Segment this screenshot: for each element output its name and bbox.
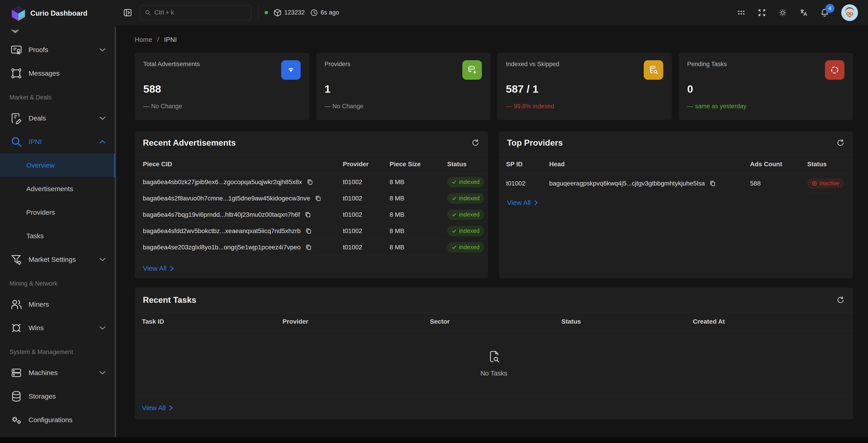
piece-cid[interactable]: baga6ea4s2f8avuo0h7cmne...1gt5dne9aw45ki… bbox=[143, 195, 310, 202]
table-row[interactable]: baga6ea4sfdd2wv5bokctbz...xeaeanqxat5iic… bbox=[135, 223, 488, 239]
sidebar-subitem-label: Advertisements bbox=[26, 185, 73, 193]
empty-state: No Tasks bbox=[135, 331, 853, 396]
sidebar-item-machines[interactable]: Machines bbox=[0, 361, 116, 384]
theme-sun-icon[interactable] bbox=[778, 8, 787, 17]
stat-title: Providers bbox=[325, 61, 482, 68]
refresh-icon[interactable] bbox=[471, 138, 480, 147]
sidebar-item-storages[interactable]: Storages bbox=[0, 384, 116, 408]
sidebar-item-messages[interactable]: Messages bbox=[0, 62, 116, 85]
copy-icon[interactable] bbox=[315, 195, 321, 202]
table-row[interactable]: baga6ea4se203zglxl8yo1b...ongrj5e1wjp1pc… bbox=[135, 239, 488, 255]
sidebar-nav: Proofs Messages Market & Deals Deals bbox=[0, 25, 116, 432]
chevron-right-icon bbox=[169, 405, 173, 411]
sidebar-item-label: Messages bbox=[29, 70, 106, 77]
search-input[interactable] bbox=[154, 9, 246, 16]
status-badge: indexed bbox=[447, 242, 484, 252]
table-header: Piece CID Provider Piece Size Status bbox=[135, 155, 488, 174]
notifications-bell-icon[interactable]: 4 bbox=[820, 8, 830, 18]
chain-head-group[interactable]: 123232 bbox=[274, 9, 305, 17]
chevron-up-icon bbox=[99, 140, 106, 144]
provider: t01002 bbox=[343, 195, 390, 202]
sp-id: t01002 bbox=[506, 180, 549, 187]
sidebar-subitem-overview[interactable]: Overview bbox=[0, 154, 116, 177]
filter-gear-icon bbox=[10, 254, 23, 266]
sidebar-item-label: Configurations bbox=[29, 416, 106, 424]
breadcrumb: Home / IPNI bbox=[135, 36, 853, 43]
database-search-icon bbox=[644, 60, 663, 80]
sidebar-item-market-settings[interactable]: Market Settings bbox=[0, 248, 116, 271]
chain-head-value: 123232 bbox=[284, 9, 305, 16]
piece-cid[interactable]: baga6ea4s7bqg19vi6prndd...hltr40j23mu0z0… bbox=[143, 211, 300, 218]
copy-icon[interactable] bbox=[305, 211, 311, 218]
language-icon[interactable] bbox=[799, 8, 808, 17]
file-search-icon bbox=[487, 350, 501, 363]
stat-cards: Total Advertisements 588 — No Change Pro… bbox=[135, 53, 853, 120]
piece-cid[interactable]: baga6ea4sb0zk27jpib9ex6...zgocopqa5uqjwk… bbox=[143, 178, 302, 186]
col-sp-id: SP ID bbox=[506, 161, 549, 168]
sidebar-subitem-providers[interactable]: Providers bbox=[0, 201, 116, 224]
sidebar-subitem-advertisements[interactable]: Advertisements bbox=[0, 177, 116, 201]
sidebar-subitem-tasks[interactable]: Tasks bbox=[0, 224, 116, 248]
stat-delta: — No Change bbox=[325, 103, 482, 110]
sidebar-item-configurations[interactable]: Configurations bbox=[0, 408, 116, 432]
check-icon bbox=[452, 196, 457, 201]
refresh-icon[interactable] bbox=[836, 138, 845, 147]
table-header: SP ID Head Ads Count Status bbox=[499, 155, 853, 174]
chevron-down-icon bbox=[99, 48, 106, 52]
sidebar-item-miners[interactable]: Miners bbox=[0, 293, 116, 316]
sidebar-subitem-label: Overview bbox=[26, 162, 55, 169]
piece-cid[interactable]: baga6ea4se203zglxl8yo1b...ongrj5e1wjp1pc… bbox=[143, 244, 301, 251]
stat-delta: — No Change bbox=[143, 103, 301, 110]
recent-advertisements-panel: Recent Advertisements Piece CID Provider… bbox=[135, 131, 488, 278]
view-all-link[interactable]: View All bbox=[507, 199, 538, 207]
copy-icon[interactable] bbox=[709, 180, 716, 187]
sidebar-item-proofs[interactable]: Proofs bbox=[0, 38, 116, 62]
sidebar-item-label: Market Settings bbox=[29, 256, 99, 263]
breadcrumb-home[interactable]: Home bbox=[135, 36, 152, 43]
table-row[interactable]: t01002 baguqeeragpskpvq6kwq4j5...cjtgv3g… bbox=[499, 174, 853, 193]
sidebar-section-system-management: System & Management bbox=[0, 340, 116, 361]
sidebar: Curio Dashboard Proofs Messages Market &… bbox=[0, 0, 116, 437]
sidebar-item-wins[interactable]: Wins bbox=[0, 316, 116, 340]
copy-icon[interactable] bbox=[305, 244, 312, 251]
sidebar-item-label: Miners bbox=[29, 301, 106, 308]
search-box[interactable] bbox=[140, 5, 251, 20]
col-piece-size: Piece Size bbox=[390, 161, 447, 168]
sidebar-partial-item[interactable] bbox=[0, 25, 116, 38]
panel-footer: View All bbox=[499, 193, 853, 212]
col-status: Status bbox=[561, 318, 693, 325]
panel-header: Top Providers bbox=[499, 131, 853, 155]
col-provider: Provider bbox=[282, 318, 430, 325]
last-updated-value: 6s ago bbox=[321, 9, 339, 16]
sidebar-section-market-deals: Market & Deals bbox=[0, 85, 116, 106]
view-all-link[interactable]: View All bbox=[143, 265, 174, 272]
chain-status bbox=[265, 11, 268, 14]
head-cid[interactable]: baguqeeragpskpvq6kwq4j5...cjtgv3gtbbgmht… bbox=[549, 180, 705, 187]
refresh-icon[interactable] bbox=[836, 296, 845, 305]
circle-x-icon bbox=[812, 181, 817, 186]
table-row[interactable]: baga6ea4s7bqg19vi6prndd...hltr40j23mu0z0… bbox=[135, 207, 488, 223]
provider: t01002 bbox=[343, 227, 390, 235]
brand[interactable]: Curio Dashboard bbox=[0, 0, 116, 21]
panel-title: Recent Advertisements bbox=[143, 138, 236, 148]
view-all-link[interactable]: View All bbox=[142, 404, 173, 412]
sidebar-toggle-icon[interactable] bbox=[123, 8, 132, 18]
copy-icon[interactable] bbox=[305, 228, 312, 234]
sidebar-item-deals[interactable]: Deals bbox=[0, 106, 116, 130]
chevron-right-icon bbox=[170, 266, 174, 271]
apps-grid-icon[interactable] bbox=[737, 8, 746, 17]
server-icon bbox=[10, 367, 23, 379]
user-avatar[interactable] bbox=[841, 4, 858, 21]
col-ads-count: Ads Count bbox=[750, 161, 807, 168]
sidebar-item-label: Machines bbox=[29, 369, 99, 377]
piece-cid[interactable]: baga6ea4sfdd2wv5bokctbz...xeaeanqxat5iic… bbox=[143, 227, 301, 235]
status-badge: indexed bbox=[447, 177, 484, 187]
table-row[interactable]: baga6ea4s2f8avuo0h7cmne...1gt5dne9aw45ki… bbox=[135, 190, 488, 207]
online-status-dot bbox=[265, 11, 268, 14]
topbar-divider bbox=[258, 5, 259, 20]
table-row[interactable]: baga6ea4sb0zk27jpib9ex6...zgocopqa5uqjwk… bbox=[135, 174, 488, 190]
copy-icon[interactable] bbox=[307, 179, 313, 185]
fullscreen-icon[interactable] bbox=[757, 8, 767, 17]
stat-card-indexed-vs-skipped: Indexed vs Skipped 587 / 1 — 99.8% index… bbox=[497, 53, 672, 120]
sidebar-item-ipni[interactable]: IPNI bbox=[0, 130, 116, 154]
